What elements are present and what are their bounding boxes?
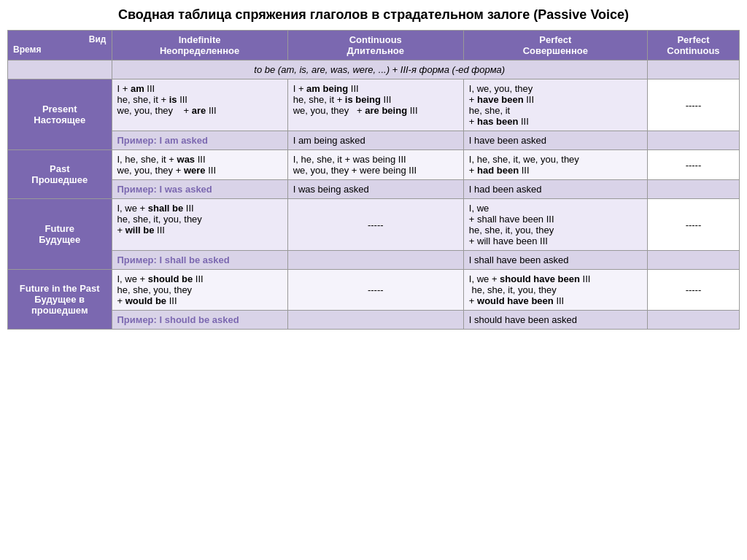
fitp-example-cont	[287, 311, 463, 330]
formula-cell: to be (am, is, are, was, were, ...) + II…	[112, 61, 647, 79]
past-example-label: Пример: I was asked	[112, 180, 287, 199]
fitp-indefinite: I, we + should be III he, she, you, they…	[112, 270, 287, 311]
past-perfect: I, he, she, it, we, you, they + had been…	[463, 150, 647, 180]
present-label: PresentНастоящее	[8, 79, 112, 150]
fitp-perfect: I, we + should have been III he, she, it…	[463, 270, 647, 311]
past-example-perf: I had been asked	[463, 180, 647, 199]
fitp-example-label: Пример: I should be asked	[112, 311, 287, 330]
future-example-perf: I shall have been asked	[463, 251, 647, 270]
past-row: PastПрошедшее I, he, she, it + was III w…	[8, 150, 740, 180]
fitp-label: Future in the PastБудущее впрошедшем	[8, 270, 112, 330]
past-label: PastПрошедшее	[8, 150, 112, 199]
fitp-example-row: Пример: I should be asked I should have …	[8, 311, 740, 330]
future-label: FutureБудущее	[8, 199, 112, 270]
present-example-row: Пример: I am asked I am being asked I ha…	[8, 131, 740, 150]
present-continuous: I + am being III he, she, it + is being …	[287, 79, 463, 131]
header-continuous: ContinuousДлительное	[287, 31, 463, 61]
present-example-pc	[647, 131, 739, 150]
header-perfect: PerfectСовершенное	[463, 31, 647, 61]
present-example-perf: I have been asked	[463, 131, 647, 150]
fitp-example-pc	[647, 311, 739, 330]
future-example-pc	[647, 251, 739, 270]
fitp-example-perf: I should have been asked	[463, 311, 647, 330]
header-indefinite: IndefiniteНеопределенное	[112, 31, 287, 61]
present-example-cont: I am being asked	[287, 131, 463, 150]
present-example-label: Пример: I am asked	[112, 131, 287, 150]
future-example-cont	[287, 251, 463, 270]
header-perfect-continuous: PerfectContinuous	[647, 31, 739, 61]
fitp-continuous: -----	[287, 270, 463, 311]
past-indefinite: I, he, she, it + was III we, you, they +…	[112, 150, 287, 180]
present-perfect: I, we, you, they + have been III he, she…	[463, 79, 647, 131]
future-pc: -----	[647, 199, 739, 251]
past-continuous: I, he, she, it + was being III we, you, …	[287, 150, 463, 180]
fitp-row: Future in the PastБудущее впрошедшем I, …	[8, 270, 740, 311]
past-pc: -----	[647, 150, 739, 180]
future-perfect: I, we + shall have been III he, she, it,…	[463, 199, 647, 251]
fitp-pc: -----	[647, 270, 739, 311]
past-example-row: Пример: I was asked I was being asked I …	[8, 180, 740, 199]
future-example-label: Пример: I shall be asked	[112, 251, 287, 270]
future-example-row: Пример: I shall be asked I shall have be…	[8, 251, 740, 270]
future-row: FutureБудущее I, we + shall be III he, s…	[8, 199, 740, 251]
formula-row: to be (am, is, are, was, were, ...) + II…	[8, 61, 740, 79]
past-example-cont: I was being asked	[287, 180, 463, 199]
grammar-table: Вид Время IndefiniteНеопределенное Conti…	[7, 30, 740, 330]
past-example-pc	[647, 180, 739, 199]
future-indefinite: I, we + shall be III he, she, it, you, t…	[112, 199, 287, 251]
present-indefinite: I + am III he, she, it + is III we, you,…	[112, 79, 287, 131]
header-row: Вид Время IndefiniteНеопределенное Conti…	[8, 31, 740, 61]
future-continuous: -----	[287, 199, 463, 251]
header-time: Вид Время	[8, 31, 112, 61]
page-title: Сводная таблица спряжения глаголов в стр…	[7, 7, 740, 23]
present-pc: -----	[647, 79, 739, 131]
present-row: PresentНастоящее I + am III he, she, it …	[8, 79, 740, 131]
